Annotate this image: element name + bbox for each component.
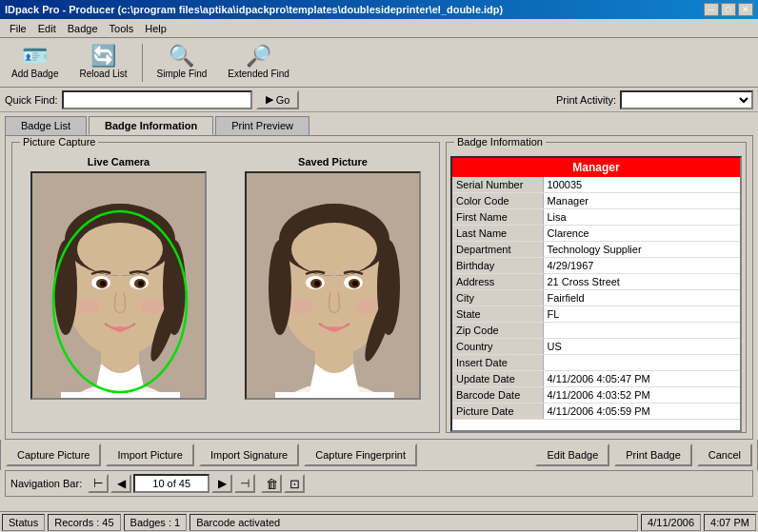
badge-field-value — [543, 323, 740, 339]
maximize-button[interactable]: □ — [721, 3, 736, 16]
badge-field-label: State — [452, 306, 543, 323]
menu-bar: File Edit Badge Tools Help — [0, 19, 758, 38]
live-camera-frame — [30, 171, 207, 400]
reload-list-button[interactable]: 🔄 Reload List — [73, 43, 134, 82]
badge-field-label: Update Date — [452, 371, 543, 387]
nav-count: 10 of 45 — [133, 474, 209, 493]
window-controls: ─ □ ✕ — [704, 3, 753, 16]
edit-badge-button[interactable]: Edit Badge — [535, 443, 609, 466]
extended-find-button[interactable]: 🔎 Extended Find — [221, 43, 296, 82]
badge-field-value: Manager — [543, 193, 740, 209]
badge-field-row: DepartmentTechnology Supplier — [452, 242, 740, 258]
svg-point-15 — [100, 281, 106, 286]
print-badge-button[interactable]: Print Badge — [614, 443, 691, 466]
saved-picture-svg — [247, 173, 421, 400]
badge-field-label: Barcode Date — [452, 387, 543, 404]
import-picture-button[interactable]: Import Picture — [106, 443, 193, 466]
badge-field-value: 4/11/2006 4:05:47 PM — [543, 371, 740, 387]
quick-find-input[interactable] — [62, 90, 252, 109]
status-date: 4/11/2006 — [641, 514, 701, 531]
badge-field-row: Last NameClarence — [452, 226, 740, 242]
navigation-bar: Navigation Bar: ⊢ ◀ 10 of 45 ▶ ⊣ 🗑 ⊡ — [5, 470, 753, 497]
svg-rect-23 — [275, 392, 394, 400]
simple-find-label: Simple Find — [157, 69, 208, 79]
badge-field-value — [543, 355, 740, 371]
capture-picture-button[interactable]: Capture Picture — [6, 443, 101, 466]
badge-field-row: Birthday4/29/1967 — [452, 258, 740, 274]
svg-point-10 — [77, 223, 163, 276]
svg-point-35 — [314, 281, 320, 286]
live-camera-svg — [32, 173, 207, 400]
add-badge-button[interactable]: 🪪 Add Badge — [5, 43, 66, 82]
status-badges: Badges : 1 — [124, 514, 188, 531]
window-title: IDpack Pro - Producer (c:\program files\… — [5, 4, 503, 15]
badge-info-table: Manager — [452, 158, 740, 177]
badge-info-table-wrap[interactable]: Manager Serial Number100035Color CodeMan… — [450, 156, 742, 432]
import-signature-button[interactable]: Import Signature — [199, 443, 299, 466]
svg-point-30 — [291, 223, 377, 276]
badge-header-row: Manager — [452, 158, 740, 177]
tab-print-preview[interactable]: Print Preview — [215, 116, 309, 135]
badge-info-panel: Badge Information Manager Serial Number1… — [446, 142, 747, 433]
nav-last-button[interactable]: ⊣ — [234, 474, 255, 493]
menu-edit[interactable]: Edit — [32, 22, 62, 35]
menu-badge[interactable]: Badge — [62, 22, 104, 35]
menu-tools[interactable]: Tools — [104, 22, 140, 35]
badge-field-row: Update Date4/11/2006 4:05:47 PM — [452, 371, 740, 387]
add-badge-label: Add Badge — [11, 69, 59, 79]
go-button[interactable]: ▶ Go — [256, 90, 300, 109]
tab-badge-information[interactable]: Badge Information — [89, 116, 213, 135]
toolbar: 🪪 Add Badge 🔄 Reload List 🔍 Simple Find … — [0, 38, 758, 88]
status-status: Status — [2, 514, 45, 531]
status-bar: Status Records : 45 Badges : 1 Barcode a… — [0, 511, 758, 532]
badge-field-value: 21 Cross Street — [543, 274, 740, 290]
badge-field-value: Technology Supplier — [543, 242, 740, 258]
badge-field-value: US — [543, 339, 740, 355]
status-barcode: Barcode activated — [190, 514, 638, 531]
go-icon: ▶ — [266, 93, 273, 106]
simple-find-button[interactable]: 🔍 Simple Find — [150, 43, 214, 82]
print-activity-select[interactable] — [620, 90, 753, 109]
badge-field-label: Address — [452, 274, 543, 290]
close-button[interactable]: ✕ — [738, 3, 753, 16]
badge-field-value: 4/11/2006 4:05:59 PM — [543, 404, 740, 420]
nav-first-button[interactable]: ⊢ — [88, 474, 109, 493]
extended-find-icon: 🔎 — [246, 46, 271, 67]
status-records: Records : 45 — [48, 514, 120, 531]
picture-panel-legend: Picture Capture — [20, 136, 98, 148]
tab-bar: Badge List Badge Information Print Previ… — [0, 112, 758, 135]
badge-field-label: Last Name — [452, 226, 543, 242]
badge-field-value: FL — [543, 306, 740, 323]
capture-fingerprint-button[interactable]: Capture Fingerprint — [304, 443, 417, 466]
nav-delete-button[interactable]: 🗑 — [261, 474, 282, 493]
badge-field-value: Fairfield — [543, 290, 740, 306]
live-camera-label: Live Camera — [88, 156, 150, 167]
navigation-label: Navigation Bar: — [10, 478, 82, 489]
menu-help[interactable]: Help — [139, 22, 172, 35]
badge-field-label: Picture Date — [452, 404, 543, 420]
nav-next-button[interactable]: ▶ — [211, 474, 232, 493]
quick-find-label: Quick Find: — [5, 94, 58, 106]
badge-field-row: Color CodeManager — [452, 193, 740, 209]
badge-field-row: Address21 Cross Street — [452, 274, 740, 290]
minimize-button[interactable]: ─ — [704, 3, 719, 16]
badge-field-label: Insert Date — [452, 355, 543, 371]
badge-field-value: 100035 — [543, 177, 740, 193]
badge-field-value: Lisa — [543, 209, 740, 226]
badge-field-row: Zip Code — [452, 323, 740, 339]
nav-extra-button[interactable]: ⊡ — [284, 474, 305, 493]
badge-field-label: Country — [452, 339, 543, 355]
picture-capture-panel: Picture Capture Live Camera — [11, 142, 440, 433]
toolbar-separator — [142, 44, 143, 82]
nav-prev-button[interactable]: ◀ — [110, 474, 131, 493]
svg-point-36 — [352, 281, 358, 286]
cancel-button[interactable]: Cancel — [697, 443, 752, 466]
svg-point-37 — [290, 299, 313, 314]
add-badge-icon: 🪪 — [22, 46, 48, 67]
tab-badge-list[interactable]: Badge List — [5, 116, 87, 135]
svg-point-18 — [141, 299, 164, 314]
badge-field-row: First NameLisa — [452, 209, 740, 226]
menu-file[interactable]: File — [4, 22, 32, 35]
badge-info-legend: Badge Information — [454, 136, 546, 148]
badge-field-label: First Name — [452, 209, 543, 226]
